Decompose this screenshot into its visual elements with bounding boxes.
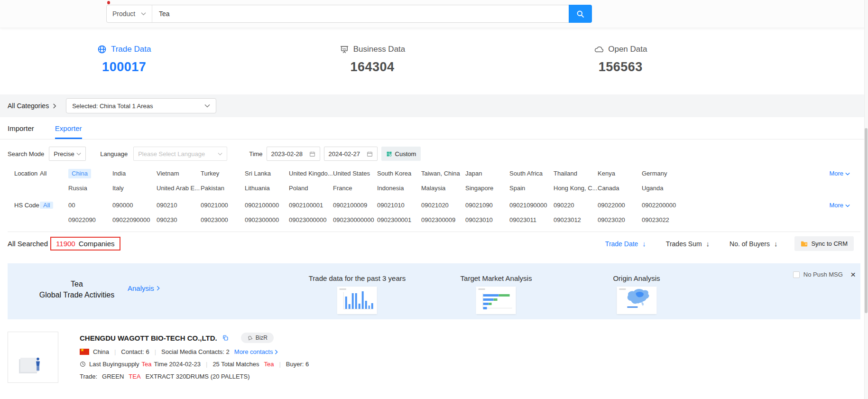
company-image[interactable] bbox=[8, 332, 58, 383]
hs-code-option-all[interactable]: All bbox=[40, 201, 68, 210]
location-option[interactable]: Lithuania bbox=[245, 184, 270, 193]
hs-code-option[interactable]: 09023000 bbox=[201, 215, 228, 225]
all-categories-button[interactable]: All Categories bbox=[8, 102, 56, 110]
location-option[interactable]: Japan bbox=[465, 169, 482, 178]
location-option[interactable]: Malaysia bbox=[421, 184, 445, 193]
hs-code-option[interactable]: 09023012 bbox=[554, 215, 581, 225]
location-option[interactable]: India bbox=[112, 169, 126, 178]
hs-code-option[interactable]: 0902300000 bbox=[245, 215, 279, 225]
search-category-select[interactable]: Product bbox=[107, 5, 152, 22]
hs-code-option[interactable]: 09021090 bbox=[465, 201, 493, 210]
hs-code-option[interactable]: 09021020 bbox=[421, 201, 449, 210]
stat-business-data[interactable]: Business Data 164304 bbox=[248, 45, 496, 94]
hs-code-option[interactable]: 09023020 bbox=[598, 215, 625, 225]
hs-code-option[interactable]: 09022090 bbox=[68, 215, 96, 225]
no-push-label: No Push MSG bbox=[803, 271, 843, 278]
bizr-badge[interactable]: BizR bbox=[241, 333, 274, 343]
sort-trades-sum[interactable]: Trades Sum ↓ bbox=[666, 240, 710, 248]
hs-code-option[interactable]: 090000 bbox=[112, 201, 133, 210]
hs-code-option[interactable]: 090220 bbox=[554, 201, 574, 210]
hs-code-option[interactable]: 0902100000 bbox=[245, 201, 279, 210]
location-option[interactable]: Spain bbox=[509, 184, 525, 193]
stat-label: Business Data bbox=[353, 45, 406, 54]
hs-code-option[interactable]: 09021000 bbox=[201, 201, 228, 210]
hs-code-option[interactable]: 09021090000 bbox=[509, 201, 547, 210]
sort-no-of-buyers[interactable]: No. of Buyers ↓ bbox=[729, 240, 777, 248]
sort-trade-date[interactable]: Trade Date ↓ bbox=[605, 240, 646, 248]
location-option[interactable]: Canada bbox=[598, 184, 619, 193]
analysis-link[interactable]: Analysis bbox=[128, 284, 160, 292]
search-mode-select[interactable]: Precise bbox=[49, 147, 86, 161]
scrollbar-thumb[interactable] bbox=[865, 128, 868, 313]
hs-code-option[interactable]: 090210 bbox=[157, 201, 177, 210]
location-option[interactable]: Hong Kong, C... bbox=[554, 184, 598, 193]
stat-open-data[interactable]: Open Data 156563 bbox=[497, 45, 745, 94]
location-option[interactable]: Indonesia bbox=[377, 184, 404, 193]
hs-code-option[interactable]: 0902100001 bbox=[289, 201, 323, 210]
location-option[interactable]: Sri Lanka bbox=[245, 169, 271, 178]
vertical-scrollbar[interactable] bbox=[864, 0, 868, 399]
hs-code-option[interactable]: 0902300009 bbox=[421, 215, 455, 225]
more-contacts-link[interactable]: More contacts bbox=[234, 348, 278, 355]
date-from-input[interactable]: 2023-02-28 bbox=[267, 147, 320, 161]
hs-code-option[interactable]: 0902300001 bbox=[377, 215, 411, 225]
map-thumbnail[interactable] bbox=[617, 287, 656, 314]
location-option[interactable]: Taiwan, China bbox=[421, 169, 460, 178]
hs-code-option[interactable]: 09023022 bbox=[642, 215, 669, 225]
hs-code-option[interactable]: 09023000000 bbox=[289, 215, 327, 225]
location-option[interactable]: Germany bbox=[642, 169, 667, 178]
location-more-link[interactable]: More bbox=[829, 169, 860, 178]
company-info: CHENGDU WAGOTT BIO-TECH CO.,LTD. BizR ★ … bbox=[80, 332, 309, 383]
hs-code-option[interactable]: 090230000000 bbox=[333, 215, 374, 225]
company-name[interactable]: CHENGDU WAGOTT BIO-TECH CO.,LTD. bbox=[80, 334, 217, 342]
location-option[interactable]: Poland bbox=[289, 184, 308, 193]
hs-code-option[interactable]: 0902100009 bbox=[333, 201, 367, 210]
hs-code-option[interactable]: 090230 bbox=[157, 215, 177, 225]
hs-code-row-2: 0902209009022090000090230090230000902300… bbox=[68, 215, 686, 225]
language-select[interactable]: Please Select Language bbox=[133, 147, 227, 161]
location-option[interactable]: Italy bbox=[112, 184, 124, 193]
selected-areas-select[interactable]: Selected: China Total 1 Areas bbox=[66, 98, 216, 113]
hs-code-option[interactable]: 09023010 bbox=[465, 215, 493, 225]
close-icon[interactable]: × bbox=[850, 271, 856, 278]
hbar-chart-thumbnail[interactable] bbox=[476, 287, 516, 314]
location-option[interactable]: Russia bbox=[68, 184, 87, 193]
location-option[interactable]: China bbox=[68, 169, 91, 178]
location-option[interactable]: United Kingdo... bbox=[289, 169, 333, 178]
location-option[interactable]: Singapore bbox=[465, 184, 493, 193]
location-option[interactable]: France bbox=[333, 184, 352, 193]
location-option[interactable]: Vietnam bbox=[157, 169, 179, 178]
search-input[interactable] bbox=[152, 5, 569, 22]
hs-code-more-link[interactable]: More bbox=[829, 201, 860, 210]
location-option[interactable]: South Africa bbox=[509, 169, 543, 178]
bar-chart-thumbnail[interactable] bbox=[337, 287, 377, 314]
hs-code-option[interactable]: 09023011 bbox=[509, 215, 536, 225]
hs-code-option[interactable]: 00 bbox=[68, 201, 75, 210]
date-to-input[interactable]: 2024-02-27 bbox=[324, 147, 378, 161]
company-activity-row: Last Buyingsupply Tea Time 2024-02-23 | … bbox=[80, 361, 309, 368]
clock-icon bbox=[80, 361, 86, 367]
custom-range-button[interactable]: Custom bbox=[381, 147, 421, 161]
tab-exporter[interactable]: Exporter bbox=[55, 117, 82, 139]
no-push-checkbox[interactable] bbox=[793, 271, 800, 278]
location-option[interactable]: Kenya bbox=[598, 169, 615, 178]
hs-code-option[interactable]: 09021010 bbox=[377, 201, 405, 210]
stat-trade-data[interactable]: Trade Data 100017 bbox=[0, 45, 248, 94]
banner-card-origin: Origin Analysis bbox=[613, 274, 660, 314]
hs-code-option[interactable]: 09022090000 bbox=[112, 215, 150, 225]
tab-importer[interactable]: Importer bbox=[8, 117, 34, 139]
location-option[interactable]: Thailand bbox=[554, 169, 577, 178]
location-option[interactable]: Uganda bbox=[642, 184, 664, 193]
sync-to-crm-button[interactable]: Sync to CRM bbox=[794, 236, 854, 251]
location-option[interactable]: United States bbox=[333, 169, 370, 178]
location-option[interactable]: Pakistan bbox=[201, 184, 224, 193]
hs-code-option[interactable]: 0902200000 bbox=[642, 201, 676, 210]
copy-icon[interactable] bbox=[222, 334, 229, 341]
location-option[interactable]: South Korea bbox=[377, 169, 411, 178]
category-bar: All Categories Selected: China Total 1 A… bbox=[0, 94, 868, 117]
location-option[interactable]: United Arab E... bbox=[157, 184, 200, 193]
search-button[interactable] bbox=[569, 5, 592, 23]
location-option-all[interactable]: All bbox=[40, 169, 68, 178]
hs-code-option[interactable]: 09022000 bbox=[598, 201, 625, 210]
location-option[interactable]: Turkey bbox=[201, 169, 219, 178]
